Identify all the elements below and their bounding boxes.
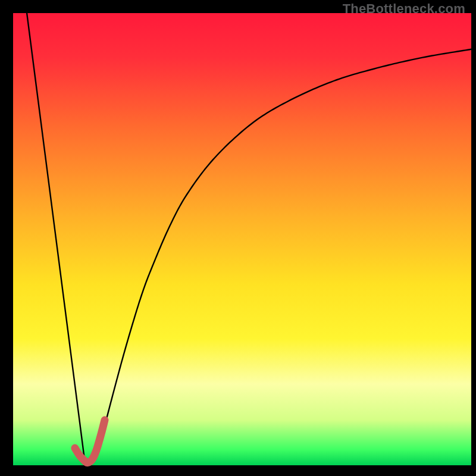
watermark-label: TheBottleneck.com bbox=[343, 1, 465, 17]
gradient-background bbox=[13, 13, 471, 465]
chart-frame: TheBottleneck.com bbox=[0, 0, 476, 476]
bottleneck-chart bbox=[0, 0, 476, 476]
